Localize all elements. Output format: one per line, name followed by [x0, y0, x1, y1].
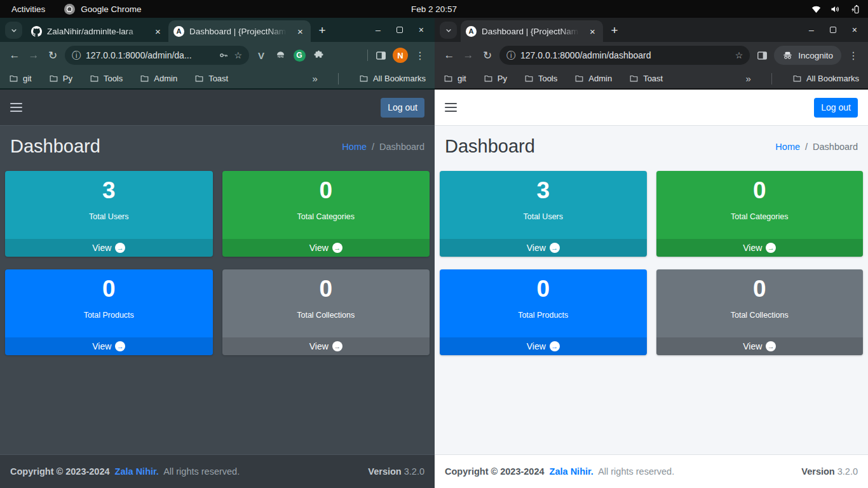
window-minimize-button[interactable]: –: [376, 25, 381, 35]
breadcrumb-home-link[interactable]: Home: [342, 142, 367, 152]
bookmark-folder-git[interactable]: git: [9, 74, 32, 83]
window-close-button[interactable]: ×: [852, 25, 857, 35]
bookmark-folder-tools[interactable]: Tools: [90, 74, 123, 83]
folder-icon: [194, 74, 204, 83]
side-panel-icon[interactable]: [371, 46, 390, 65]
extensions-puzzle-icon[interactable]: [309, 46, 328, 65]
url-text[interactable]: 127.0.0.1:8000/admin/da...: [86, 50, 214, 60]
site-info-icon[interactable]: ⓘ: [506, 51, 515, 60]
tab-dashboard[interactable]: A Dashboard | {ProjectNam ×: [461, 20, 603, 42]
address-bar[interactable]: ⓘ 127.0.0.1:8000/admin/dashboard ☆: [499, 46, 750, 65]
vue-devtools-extension-icon[interactable]: V: [252, 46, 271, 65]
bookmark-star-icon[interactable]: ☆: [735, 51, 743, 60]
profile-avatar[interactable]: N: [393, 48, 408, 63]
bookmark-folder-git[interactable]: git: [444, 74, 466, 83]
tab-close-icon[interactable]: ×: [153, 27, 163, 36]
new-tab-button[interactable]: +: [313, 22, 331, 39]
tab-search-button[interactable]: [440, 22, 457, 39]
address-bar[interactable]: ⓘ 127.0.0.1:8000/admin/da... ☆: [65, 46, 249, 65]
bookmark-folder-tools[interactable]: Tools: [524, 74, 557, 83]
window-maximize-button[interactable]: [830, 27, 836, 33]
new-tab-button[interactable]: +: [606, 22, 623, 39]
url-text[interactable]: 127.0.0.1:8000/admin/dashboard: [520, 50, 730, 60]
forward-button[interactable]: →: [24, 46, 43, 65]
password-key-icon[interactable]: [219, 50, 229, 60]
view-link[interactable]: View →: [5, 239, 213, 257]
chevron-down-icon: [444, 26, 453, 35]
window-maximize-button[interactable]: [397, 27, 403, 33]
view-link[interactable]: View →: [656, 239, 864, 257]
forward-button[interactable]: →: [459, 46, 478, 65]
total-users-value: 3: [5, 177, 213, 205]
system-status-area[interactable]: [811, 4, 868, 15]
reload-button[interactable]: ↻: [478, 46, 497, 65]
sidebar-toggle-icon[interactable]: [445, 100, 457, 114]
reload-button[interactable]: ↻: [43, 46, 62, 65]
bookmark-folder-admin[interactable]: Admin: [140, 74, 177, 83]
breadcrumb-home-link[interactable]: Home: [775, 142, 800, 152]
browser-menu-icon[interactable]: ⋮: [410, 46, 430, 65]
view-link[interactable]: View →: [440, 239, 647, 257]
window-minimize-button[interactable]: –: [809, 25, 814, 35]
bookmark-folder-py[interactable]: Py: [49, 74, 72, 83]
author-link[interactable]: Zala Nihir.: [550, 466, 593, 477]
total-users-box: 3 Total Users View →: [440, 171, 647, 257]
bookmarks-bar: git Py Tools Admin Toast » All Bookmarks: [0, 69, 435, 90]
site-info-icon[interactable]: ⓘ: [72, 51, 81, 60]
info-box-grid: 3 Total Users View → 0 Total Categories …: [435, 166, 868, 454]
grammarly-extension-icon[interactable]: G: [290, 46, 309, 65]
activities-button[interactable]: Activities: [11, 4, 45, 14]
bookmarks-overflow-chevron[interactable]: »: [746, 73, 751, 84]
back-button[interactable]: ←: [5, 46, 24, 65]
breadcrumb-separator: /: [372, 142, 374, 152]
breadcrumb: Home / Dashboard: [342, 142, 424, 152]
view-label: View: [309, 341, 329, 351]
sidebar-toggle-icon[interactable]: [10, 100, 22, 114]
bookmark-star-icon[interactable]: ☆: [234, 51, 242, 60]
bookmark-folder-toast[interactable]: Toast: [629, 74, 663, 83]
browser-menu-icon[interactable]: ⋮: [844, 46, 863, 65]
total-collections-value: 0: [222, 275, 430, 303]
bookmark-label: Admin: [154, 74, 177, 83]
view-link[interactable]: View →: [222, 337, 430, 355]
bookmark-folder-toast[interactable]: Toast: [194, 74, 228, 83]
view-link[interactable]: View →: [5, 337, 213, 355]
wifi-icon: [811, 4, 822, 15]
tab-strip: A Dashboard | {ProjectNam × + – ×: [435, 18, 868, 42]
logout-button[interactable]: Log out: [814, 98, 858, 118]
version-text: Version 3.2.0: [368, 466, 424, 477]
app-navbar: Log out: [435, 90, 868, 126]
back-button[interactable]: ←: [440, 46, 459, 65]
bookmark-label: Py: [63, 74, 72, 83]
tab-close-icon[interactable]: ×: [295, 27, 306, 36]
bookmark-folder-py[interactable]: Py: [484, 74, 507, 83]
folder-icon: [90, 74, 99, 83]
total-products-value: 0: [5, 275, 213, 303]
jellyfish-extension-icon[interactable]: [271, 46, 290, 65]
all-bookmarks-button[interactable]: All Bookmarks: [792, 74, 859, 83]
tab-close-icon[interactable]: ×: [587, 27, 598, 36]
view-label: View: [743, 341, 762, 351]
logout-button[interactable]: Log out: [381, 98, 424, 118]
bookmarks-overflow-chevron[interactable]: »: [313, 73, 318, 84]
clock[interactable]: Feb 2 20:57: [411, 4, 457, 14]
tab-search-button[interactable]: [5, 22, 22, 39]
view-link[interactable]: View →: [440, 337, 647, 355]
all-bookmarks-button[interactable]: All Bookmarks: [359, 74, 426, 83]
tab-github-repo[interactable]: ZalaNihir/adminlte-lara ×: [26, 20, 168, 42]
tab-dashboard[interactable]: A Dashboard | {ProjectNam ×: [168, 20, 311, 42]
view-link[interactable]: View →: [656, 337, 864, 355]
tab-title: ZalaNihir/adminlte-lara: [47, 27, 147, 36]
app-menu[interactable]: Google Chrome: [64, 4, 141, 15]
arrow-circle-right-icon: →: [115, 341, 125, 351]
view-link[interactable]: View →: [222, 239, 430, 257]
arrow-circle-right-icon: →: [766, 243, 776, 253]
bookmark-folder-admin[interactable]: Admin: [574, 74, 612, 83]
breadcrumb-separator: /: [805, 142, 808, 152]
folder-icon: [629, 74, 639, 83]
arrow-circle-right-icon: →: [766, 341, 776, 351]
incognito-badge[interactable]: Incognito: [774, 46, 841, 65]
side-panel-icon[interactable]: [752, 46, 771, 65]
author-link[interactable]: Zala Nihir.: [115, 466, 159, 477]
window-close-button[interactable]: ×: [419, 25, 424, 35]
